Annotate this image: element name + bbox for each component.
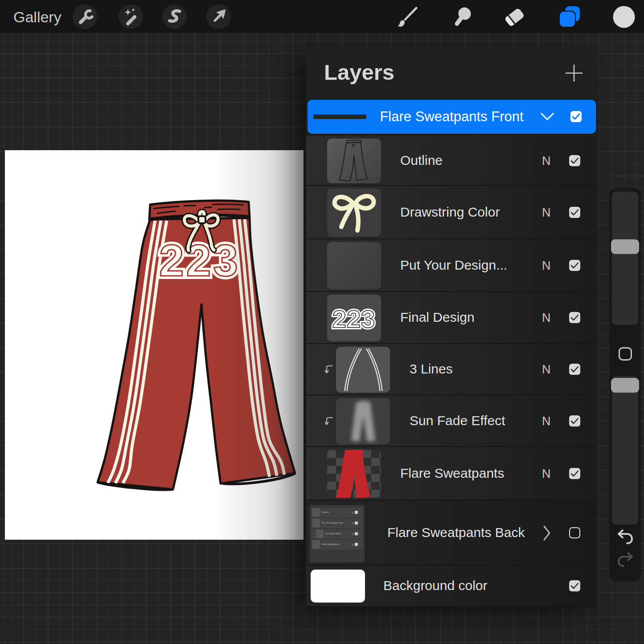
svg-text:223: 223 <box>332 305 375 333</box>
